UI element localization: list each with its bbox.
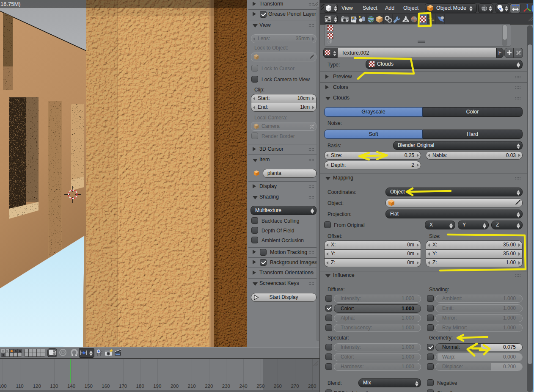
svg-text:16.75M): 16.75M) — [0, 1, 21, 7]
